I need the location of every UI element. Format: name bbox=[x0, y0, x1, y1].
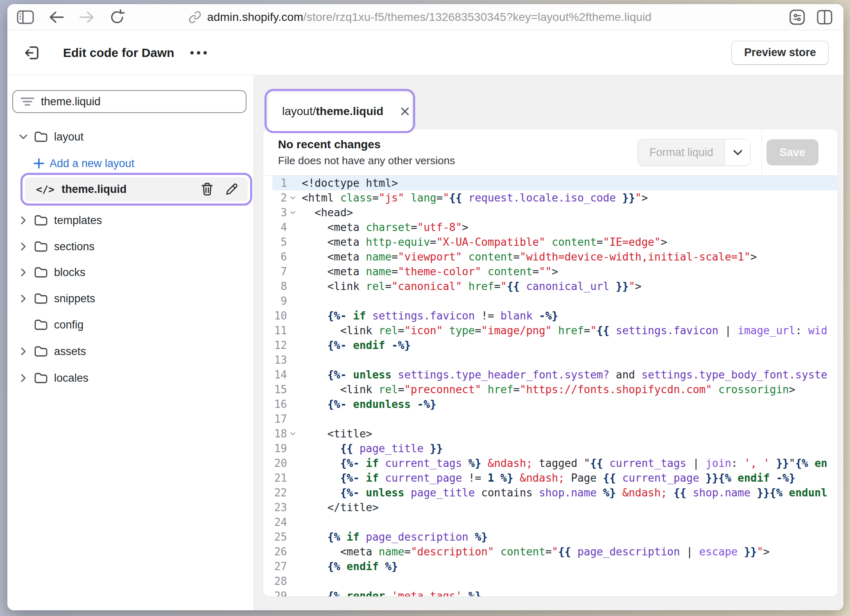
code-lines: 1<!doctype html>2<html class="js" lang="… bbox=[272, 176, 837, 596]
code-editor[interactable]: 1<!doctype html>2<html class="js" lang="… bbox=[263, 176, 837, 596]
back-icon[interactable] bbox=[48, 11, 65, 24]
tab-layout-theme-liquid[interactable]: layout/theme.liquid bbox=[268, 93, 411, 130]
fold-spacer bbox=[287, 264, 302, 279]
code-text: <link rel="preconnect" href="https://fon… bbox=[302, 382, 837, 397]
code-line-22[interactable]: 22 {%- unless page_title contains shop.n… bbox=[272, 485, 837, 500]
code-line-10[interactable]: 10 {%- if settings.favicon != blank -%} bbox=[272, 308, 837, 323]
search-input[interactable] bbox=[41, 95, 221, 108]
save-button[interactable]: Save bbox=[766, 139, 818, 165]
fold-spacer bbox=[287, 279, 302, 294]
sidebar-item-add-layout[interactable]: Add a new layout bbox=[7, 153, 253, 174]
code-line-20[interactable]: 20 {%- if current_tags %} &ndash; tagged… bbox=[272, 456, 837, 471]
fold-spacer bbox=[287, 367, 302, 382]
fold-chevron-icon[interactable] bbox=[287, 205, 302, 220]
line-number: 15 bbox=[272, 382, 287, 397]
sidebar-item-assets[interactable]: assets bbox=[7, 341, 253, 362]
code-line-15[interactable]: 15 <link rel="preconnect" href="https://… bbox=[272, 382, 837, 397]
code-line-7[interactable]: 7 <meta name="theme-color" content=""> bbox=[272, 264, 837, 279]
code-line-18[interactable]: 18 <title> bbox=[272, 426, 837, 441]
code-line-13[interactable]: 13 bbox=[272, 353, 837, 367]
code-text: {% endif %} bbox=[302, 559, 837, 574]
code-line-24[interactable]: 24 bbox=[272, 515, 837, 530]
line-number: 13 bbox=[272, 353, 287, 367]
folder-icon bbox=[34, 267, 48, 278]
format-liquid-button[interactable]: Format liquid bbox=[638, 139, 751, 166]
file-search-box[interactable] bbox=[12, 90, 246, 113]
chevron-down-icon[interactable] bbox=[18, 134, 28, 140]
line-number: 9 bbox=[272, 294, 287, 308]
sidebar-item-layout[interactable]: layout bbox=[7, 126, 253, 147]
line-number: 26 bbox=[272, 544, 287, 559]
code-line-3[interactable]: 3 <head> bbox=[272, 205, 837, 220]
code-text: <meta http-equiv="X-UA-Compatible" conte… bbox=[302, 235, 837, 249]
exit-editor-icon[interactable] bbox=[22, 43, 42, 63]
filter-icon bbox=[20, 96, 34, 107]
more-actions-icon[interactable] bbox=[189, 45, 208, 61]
sidebar-item-locales[interactable]: locales bbox=[7, 367, 253, 389]
code-line-5[interactable]: 5 <meta http-equiv="X-UA-Compatible" con… bbox=[272, 235, 837, 249]
code-text bbox=[302, 412, 837, 426]
sidebar-item-theme-liquid[interactable]: </> theme.liquid bbox=[25, 177, 248, 201]
code-line-4[interactable]: 4 <meta charset="utf-8"> bbox=[272, 220, 837, 235]
sidebar-toggle-icon[interactable] bbox=[16, 9, 34, 25]
page-settings-icon[interactable] bbox=[789, 9, 806, 26]
code-line-25[interactable]: 25 {% if page_description %} bbox=[272, 530, 837, 544]
code-line-21[interactable]: 21 {%- if current_page != 1 %} &ndash; P… bbox=[272, 471, 837, 485]
format-dropdown-icon[interactable] bbox=[725, 139, 750, 165]
chevron-right-icon[interactable] bbox=[18, 216, 28, 225]
code-line-2[interactable]: 2<html class="js" lang="{{ request.local… bbox=[272, 190, 837, 205]
fold-spacer bbox=[287, 353, 302, 367]
delete-file-button[interactable] bbox=[199, 181, 215, 198]
address-bar[interactable]: admin.shopify.com/store/rzq1xu-f5/themes… bbox=[188, 4, 651, 30]
fold-chevron-icon[interactable] bbox=[287, 190, 302, 205]
fold-spacer bbox=[287, 294, 302, 308]
line-number: 2 bbox=[272, 190, 287, 205]
app-header: Edit code for Dawn Preview store bbox=[7, 30, 843, 75]
forward-icon[interactable] bbox=[79, 11, 95, 24]
code-line-8[interactable]: 8 <link rel="canonical" href="{{ canonic… bbox=[272, 279, 837, 294]
fold-spacer bbox=[287, 308, 302, 323]
code-line-6[interactable]: 6 <meta name="viewport" content="width=d… bbox=[272, 249, 837, 264]
code-text bbox=[302, 353, 837, 367]
fold-chevron-icon[interactable] bbox=[287, 426, 302, 441]
editor-toolbar: No recent changes File does not have any… bbox=[263, 129, 837, 176]
rename-file-button[interactable] bbox=[224, 181, 240, 198]
reload-icon[interactable] bbox=[109, 9, 125, 25]
code-text bbox=[302, 294, 837, 308]
split-view-icon[interactable] bbox=[816, 9, 833, 25]
preview-store-button[interactable]: Preview store bbox=[731, 41, 829, 65]
sidebar-item-config[interactable]: config bbox=[7, 314, 253, 335]
chevron-right-icon[interactable] bbox=[18, 294, 28, 303]
line-number: 19 bbox=[272, 441, 287, 456]
code-line-23[interactable]: 23 </title> bbox=[272, 500, 837, 515]
code-line-28[interactable]: 28 bbox=[272, 574, 837, 589]
link-icon bbox=[188, 11, 201, 24]
sidebar-item-sections[interactable]: sections bbox=[7, 236, 253, 257]
code-line-12[interactable]: 12 {%- endif -%} bbox=[272, 338, 837, 353]
line-number: 24 bbox=[272, 515, 287, 530]
code-line-27[interactable]: 27 {% endif %} bbox=[272, 559, 837, 574]
code-file-icon: </> bbox=[36, 183, 54, 195]
code-line-9[interactable]: 9 bbox=[272, 294, 837, 308]
chevron-right-icon[interactable] bbox=[18, 268, 28, 277]
close-tab-icon[interactable] bbox=[400, 106, 410, 117]
chevron-right-icon[interactable] bbox=[18, 374, 28, 383]
line-number: 4 bbox=[272, 220, 287, 235]
code-line-1[interactable]: 1<!doctype html> bbox=[272, 176, 837, 190]
sidebar-item-templates[interactable]: templates bbox=[7, 210, 253, 231]
status-title: No recent changes bbox=[278, 138, 455, 151]
code-line-16[interactable]: 16 {%- endunless -%} bbox=[272, 397, 837, 412]
code-text: {%- endunless -%} bbox=[302, 397, 837, 412]
code-line-29[interactable]: 29 {% render 'meta-tags' %} bbox=[272, 589, 837, 596]
sidebar-item-blocks[interactable]: blocks bbox=[7, 262, 253, 283]
code-line-14[interactable]: 14 {%- unless settings.type_header_font.… bbox=[272, 367, 837, 382]
line-number: 25 bbox=[272, 530, 287, 544]
code-text: </title> bbox=[302, 500, 837, 515]
code-line-11[interactable]: 11 <link rel="icon" type="image/png" hre… bbox=[272, 323, 837, 338]
code-line-26[interactable]: 26 <meta name="description" content="{{ … bbox=[272, 544, 837, 559]
code-line-19[interactable]: 19 {{ page_title }} bbox=[272, 441, 837, 456]
code-line-17[interactable]: 17 bbox=[272, 412, 837, 426]
chevron-right-icon[interactable] bbox=[18, 347, 28, 356]
chevron-right-icon[interactable] bbox=[18, 242, 28, 251]
sidebar-item-snippets[interactable]: snippets bbox=[7, 288, 253, 309]
